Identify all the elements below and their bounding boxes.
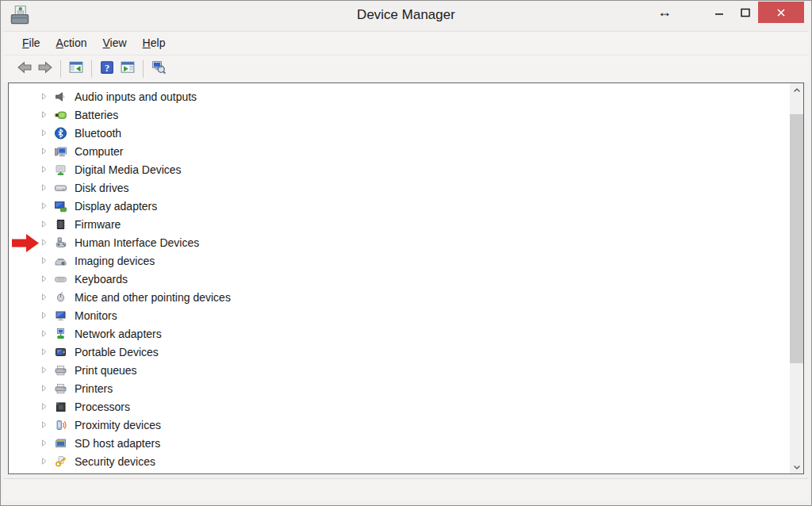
console-tree-button[interactable] [66, 59, 86, 79]
tree-item-keyboards[interactable]: Keyboards [9, 270, 790, 288]
tree-item-printers[interactable]: Printers [9, 379, 790, 397]
menu-view[interactable]: View [95, 32, 135, 55]
maximize-button[interactable] [732, 2, 758, 23]
tree-item-label: SD host adapters [75, 437, 160, 450]
scrollbar-down-button[interactable] [790, 460, 803, 473]
forward-icon [38, 60, 52, 78]
expand-chevron-icon[interactable] [39, 237, 50, 248]
expand-chevron-icon[interactable] [39, 383, 50, 394]
close-icon [775, 6, 787, 19]
tree-item-label: Computer [75, 145, 123, 158]
action-pane-icon [121, 60, 135, 78]
expand-chevron-icon[interactable] [39, 182, 50, 194]
tree-item-print-queues[interactable]: Print queues [9, 361, 790, 379]
monitor-icon [54, 309, 68, 322]
proximity-icon [54, 418, 68, 431]
expand-chevron-icon[interactable] [39, 365, 50, 376]
expand-chevron-icon[interactable] [39, 91, 50, 102]
console-tree-icon [69, 60, 83, 78]
forward-button[interactable] [35, 59, 56, 79]
expand-chevron-icon[interactable] [39, 255, 50, 266]
scrollbar-track[interactable] [790, 97, 803, 460]
tree-item-label: Security devices [75, 455, 155, 468]
action-pane-button[interactable] [117, 59, 138, 79]
tree-item-proximity-devices[interactable]: Proximity devices [9, 416, 790, 434]
tree-item-label: Display adapters [75, 200, 157, 213]
printer-icon [54, 381, 68, 395]
expand-chevron-icon[interactable] [39, 109, 50, 121]
expand-chevron-icon[interactable] [39, 146, 50, 157]
menu-action[interactable]: Action [48, 32, 95, 55]
tree-item-imaging-devices[interactable]: Imaging devices [9, 251, 790, 270]
toolbar-separator [143, 60, 144, 78]
tree-item-label: Batteries [75, 109, 118, 121]
tree-item-computer[interactable]: Computer [9, 142, 790, 160]
tree-item-digital-media-devices[interactable]: Digital Media Devices [9, 160, 790, 178]
tree-item-mice-and-other-pointing-devices[interactable]: Mice and other pointing devices [9, 288, 790, 306]
expand-chevron-icon[interactable] [39, 274, 50, 285]
expand-chevron-icon[interactable] [39, 420, 50, 431]
expand-chevron-icon[interactable] [39, 438, 50, 449]
tree-item-label: Print queues [75, 364, 137, 377]
scrollbar-up-button[interactable] [790, 83, 803, 97]
tree-item-display-adapters[interactable]: Display adapters [9, 197, 790, 215]
tree-item-label: Imaging devices [75, 255, 155, 267]
printer-icon [54, 363, 68, 377]
device-manager-window: Device Manager ↔ FileActionViewHelp ? Au… [0, 0, 812, 506]
caption-buttons [706, 2, 804, 23]
expand-chevron-icon[interactable] [39, 201, 50, 212]
minimize-button[interactable] [706, 2, 732, 23]
imaging-icon [54, 254, 68, 267]
scan-hardware-button[interactable] [148, 59, 169, 79]
toolbar: ? [3, 55, 809, 82]
tree-item-label: Portable Devices [75, 346, 159, 358]
vertical-scrollbar [790, 83, 803, 473]
hid-icon [54, 236, 68, 249]
back-icon [17, 60, 32, 78]
sd-icon [54, 436, 68, 450]
keyboard-icon [54, 272, 68, 286]
help-icon: ? [100, 60, 114, 78]
audio-icon [54, 90, 68, 103]
expand-chevron-icon[interactable] [39, 128, 50, 139]
expand-chevron-icon[interactable] [39, 310, 50, 321]
tree-item-label: Network adapters [75, 328, 162, 340]
tree-item-label: Disk drives [75, 182, 128, 194]
menu-file[interactable]: File [14, 32, 48, 55]
expand-chevron-icon[interactable] [39, 328, 50, 339]
tree-item-monitors[interactable]: Monitors [9, 306, 790, 324]
resize-cursor-icon: ↔ [657, 4, 672, 21]
expand-chevron-icon[interactable] [39, 456, 50, 467]
expand-chevron-icon[interactable] [39, 292, 50, 303]
tree-item-sd-host-adapters[interactable]: SD host adapters [9, 434, 790, 452]
tree-item-human-interface-devices[interactable]: Human Interface Devices [9, 233, 790, 251]
scrollbar-thumb[interactable] [790, 114, 803, 363]
portable-icon [54, 345, 68, 358]
help-button[interactable]: ? [97, 59, 117, 79]
tree-item-batteries[interactable]: Batteries [9, 105, 790, 124]
tree-item-security-devices[interactable]: Security devices [9, 452, 790, 470]
tree-item-network-adapters[interactable]: Network adapters [9, 324, 790, 343]
tree-item-portable-devices[interactable]: Portable Devices [9, 343, 790, 361]
expand-chevron-icon[interactable] [39, 401, 50, 412]
tree-item-label: Human Interface Devices [75, 236, 199, 249]
tree-item-bluetooth[interactable]: Bluetooth [9, 124, 790, 142]
menu-help[interactable]: Help [135, 32, 174, 55]
toolbar-separator [91, 60, 92, 78]
tree-item-audio-inputs-and-outputs[interactable]: Audio inputs and outputs [9, 87, 790, 105]
mouse-icon [54, 290, 68, 304]
minimize-icon [713, 6, 726, 19]
expand-chevron-icon[interactable] [39, 347, 50, 358]
close-button[interactable] [758, 2, 804, 23]
red-annotation-arrow-icon [12, 234, 39, 252]
device-manager-app-icon [10, 5, 30, 25]
tree-item-label: Monitors [75, 309, 117, 322]
chevron-up-icon [792, 86, 802, 95]
back-button[interactable] [14, 59, 35, 79]
expand-chevron-icon[interactable] [39, 219, 50, 230]
tree-item-firmware[interactable]: Firmware [9, 215, 790, 233]
tree-item-disk-drives[interactable]: Disk drives [9, 178, 790, 197]
tree-item-processors[interactable]: Processors [9, 397, 790, 416]
expand-chevron-icon[interactable] [39, 164, 50, 175]
tree-item-label: Keyboards [75, 273, 128, 286]
